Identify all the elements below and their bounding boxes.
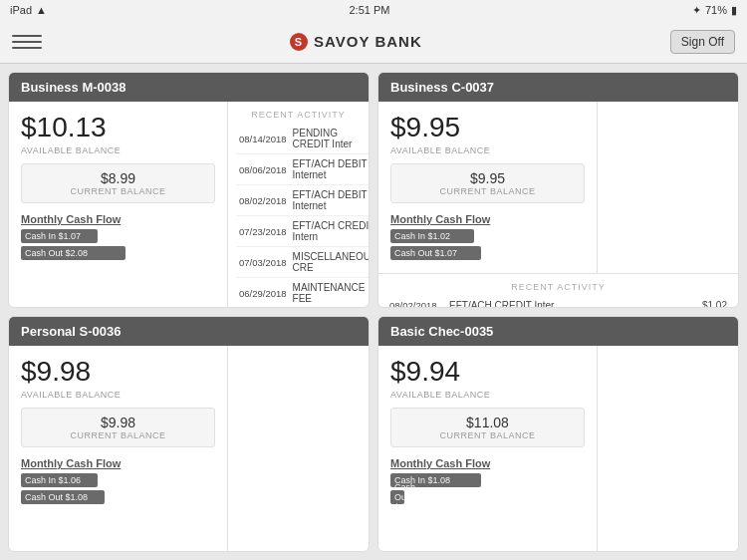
cash-in-row: Cash In $1.06 [21, 473, 215, 487]
available-balance-label: AVAILABLE BALANCE [390, 390, 585, 400]
activity-row: 08/02/2018 EFT/ACH CREDIT Inter $1.02 [386, 296, 730, 307]
cash-in-label: Cash In $1.06 [25, 475, 81, 485]
cash-out-row: Cash Out $2.08 [21, 246, 215, 260]
menu-button[interactable] [12, 35, 42, 49]
activity-desc: EFT/ACH CREDIT Intern [290, 216, 369, 247]
current-balance-amount: $8.99 [32, 170, 204, 186]
current-balance-amount: $9.98 [32, 415, 204, 430]
current-balance-label: CURRENT BALANCE [401, 430, 574, 440]
recent-activity-title: RECENT ACTIVITY [386, 278, 730, 292]
status-time: 2:51 PM [349, 4, 389, 16]
cash-in-label: Cash In $1.02 [394, 231, 450, 241]
activity-table: 08/14/2018 PENDING CREDIT Inter $1.14 08… [236, 124, 369, 307]
account-card-business-m-0038: Business M-0038 $10.13 AVAILABLE BALANCE… [8, 72, 370, 308]
card-top-section: $9.95 AVAILABLE BALANCE $9.95 CURRENT BA… [378, 102, 738, 274]
account-card-personal-s-0036: Personal S-0036 $9.98 AVAILABLE BALANCE … [8, 316, 370, 552]
activity-date: 08/06/2018 [236, 154, 290, 185]
account-card-basic-chec-0035: Basic Chec-0035 $9.94 AVAILABLE BALANCE … [377, 316, 739, 552]
activity-date: 07/03/2018 [236, 247, 290, 278]
cash-in-bar: Cash In $1.07 [21, 229, 98, 243]
current-balance-box: $8.99 CURRENT BALANCE [21, 163, 215, 203]
card-right-spacer [598, 102, 738, 273]
current-balance-label: CURRENT BALANCE [32, 186, 204, 196]
cash-out-label: Cash Out $0.00 [394, 482, 417, 512]
cash-in-row: Cash In $1.02 [390, 229, 585, 243]
activity-row: 08/02/2018 EFT/ACH DEBIT Internet -$1.02 [236, 185, 369, 216]
bank-name: SAVOY BANK [314, 33, 422, 50]
current-balance-box: $11.08 CURRENT BALANCE [390, 408, 585, 447]
status-bar: iPad ▲ 2:51 PM ✦ 71% ▮ [0, 0, 747, 20]
available-balance-label: AVAILABLE BALANCE [21, 145, 215, 155]
activity-date: 06/29/2018 [236, 278, 290, 308]
card-body: $10.13 AVAILABLE BALANCE $8.99 CURRENT B… [9, 102, 369, 307]
card-body: $9.95 AVAILABLE BALANCE $9.95 CURRENT BA… [378, 102, 738, 307]
current-balance-box: $9.98 CURRENT BALANCE [21, 408, 215, 447]
cash-flow-section: Monthly Cash Flow Cash In $1.02 Cash Out… [390, 213, 585, 263]
cash-in-label: Cash In $1.07 [25, 231, 81, 241]
main-grid: Business M-0038 $10.13 AVAILABLE BALANCE… [0, 64, 747, 560]
cash-out-row: Cash Out $0.00 [390, 490, 585, 504]
battery-icon: ▮ [731, 4, 737, 17]
current-balance-label: CURRENT BALANCE [32, 430, 204, 440]
device-label: iPad [10, 4, 32, 16]
cash-in-row: Cash In $1.08 [390, 473, 585, 487]
cash-out-label: Cash Out $2.08 [25, 248, 88, 258]
cash-in-bar: Cash In $1.06 [21, 473, 98, 487]
cash-out-label: Cash Out $1.07 [394, 248, 457, 258]
activity-date: 08/14/2018 [236, 124, 290, 154]
activity-row: 07/03/2018 MISCELLANEOUS CRE $10.00 [236, 247, 369, 278]
current-balance-label: CURRENT BALANCE [401, 186, 574, 196]
account-card-business-c-0037: Business C-0037 $9.95 AVAILABLE BALANCE … [377, 72, 739, 308]
bank-logo: S [290, 33, 308, 51]
available-balance-amount: $9.98 [21, 356, 215, 388]
wifi-icon: ▲ [36, 4, 47, 16]
card-left-panel: $9.98 AVAILABLE BALANCE $9.98 CURRENT BA… [9, 346, 228, 551]
cash-flow-section: Monthly Cash Flow Cash In $1.07 Cash Out… [21, 213, 215, 263]
sign-off-button[interactable]: Sign Off [670, 30, 735, 54]
card-right-panel: RECENT ACTIVITY 08/14/2018 PENDING CREDI… [228, 102, 369, 307]
available-balance-amount: $9.95 [390, 112, 585, 143]
card-header: Basic Chec-0035 [378, 317, 738, 346]
available-balance-label: AVAILABLE BALANCE [390, 145, 585, 155]
activity-desc: MAINTENANCE FEE [290, 278, 369, 308]
current-balance-amount: $9.95 [401, 170, 574, 186]
cash-flow-title: Monthly Cash Flow [21, 457, 215, 469]
activity-desc: PENDING CREDIT Inter [290, 124, 369, 154]
available-balance-amount: $10.13 [21, 112, 215, 143]
cash-out-bar: Cash Out $1.07 [390, 246, 481, 260]
cash-out-row: Cash Out $1.07 [390, 246, 585, 260]
status-left: iPad ▲ [10, 4, 47, 16]
cash-flow-title: Monthly Cash Flow [390, 457, 585, 469]
bluetooth-icon: ✦ [692, 4, 701, 17]
card-left-panel: $9.95 AVAILABLE BALANCE $9.95 CURRENT BA… [378, 102, 598, 273]
battery-level: 71% [705, 4, 727, 16]
header-title: S SAVOY BANK [290, 33, 422, 51]
cash-out-bar: Cash Out $0.00 [390, 490, 404, 504]
activity-row: 06/29/2018 MAINTENANCE FEE -$10.00 [236, 278, 369, 308]
activity-row: 08/06/2018 EFT/ACH DEBIT Internet -$1.06 [236, 154, 369, 185]
cash-flow-title: Monthly Cash Flow [390, 213, 585, 225]
card-header: Business C-0037 [378, 73, 738, 102]
current-balance-amount: $11.08 [401, 415, 574, 430]
card-body: $9.94 AVAILABLE BALANCE $11.08 CURRENT B… [378, 346, 738, 551]
activity-date: 08/02/2018 [386, 296, 446, 307]
card-activity-section: RECENT ACTIVITY 08/02/2018 EFT/ACH CREDI… [378, 274, 738, 307]
recent-activity-title: RECENT ACTIVITY [236, 106, 361, 120]
activity-date: 08/02/2018 [236, 185, 290, 216]
status-right: ✦ 71% ▮ [692, 4, 737, 17]
activity-desc: EFT/ACH DEBIT Internet [290, 185, 369, 216]
activity-row: 08/14/2018 PENDING CREDIT Inter $1.14 [236, 124, 369, 154]
card-header: Business M-0038 [9, 73, 369, 102]
cash-in-row: Cash In $1.07 [21, 229, 215, 243]
current-balance-box: $9.95 CURRENT BALANCE [390, 163, 585, 203]
header: S SAVOY BANK Sign Off [0, 20, 747, 64]
card-left-panel: $9.94 AVAILABLE BALANCE $11.08 CURRENT B… [378, 346, 598, 551]
activity-desc: EFT/ACH DEBIT Internet [290, 154, 369, 185]
cash-out-label: Cash Out $1.08 [25, 492, 88, 502]
cash-out-bar: Cash Out $2.08 [21, 246, 125, 260]
activity-desc: MISCELLANEOUS CRE [290, 247, 369, 278]
available-balance-label: AVAILABLE BALANCE [21, 390, 215, 400]
card-body: $9.98 AVAILABLE BALANCE $9.98 CURRENT BA… [9, 346, 369, 551]
card-left-panel: $10.13 AVAILABLE BALANCE $8.99 CURRENT B… [9, 102, 228, 307]
cash-flow-section: Monthly Cash Flow Cash In $1.06 Cash Out… [21, 457, 215, 507]
